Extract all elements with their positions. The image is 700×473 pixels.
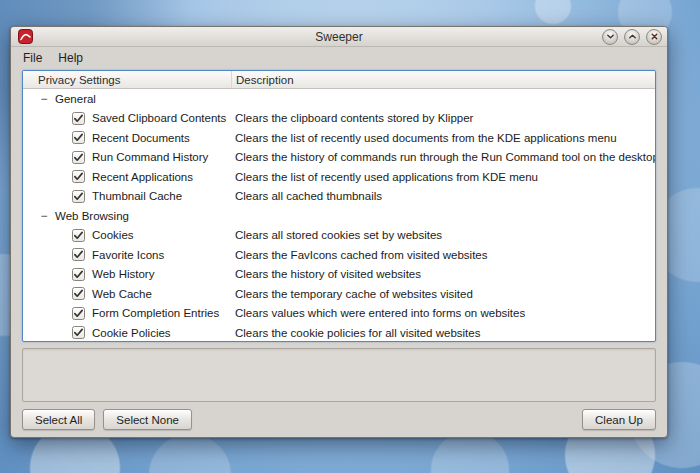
- menu-file[interactable]: File: [15, 49, 50, 67]
- tree-item-row[interactable]: Recent Documents Clears the list of rece…: [23, 128, 655, 148]
- tree-item-row[interactable]: Saved Clipboard Contents Clears the clip…: [23, 109, 655, 129]
- check-icon: [73, 191, 84, 202]
- titlebar[interactable]: Sweeper: [11, 27, 667, 47]
- item-label: Cookie Policies: [92, 327, 171, 339]
- privacy-settings-tree: Privacy Settings Description − General S…: [22, 70, 656, 342]
- item-description: Clears the list of recently used documen…: [231, 132, 655, 144]
- check-icon: [73, 152, 84, 163]
- tree-header: Privacy Settings Description: [23, 71, 655, 89]
- item-description: Clears the cookie policies for all visit…: [231, 327, 655, 339]
- details-pane: [22, 348, 656, 402]
- chevron-up-icon: [628, 32, 637, 41]
- checkbox-checked[interactable]: [72, 307, 85, 320]
- item-label: Saved Clipboard Contents: [92, 112, 226, 124]
- check-icon: [73, 171, 84, 182]
- clean-up-button[interactable]: Clean Up: [582, 409, 656, 430]
- desktop-background: { "window": { "title": "Sweeper" }, "men…: [0, 0, 700, 473]
- checkbox-checked[interactable]: [72, 170, 85, 183]
- window-content: Privacy Settings Description − General S…: [11, 69, 667, 437]
- tree-item-row[interactable]: Form Completion Entries Clears values wh…: [23, 304, 655, 324]
- window-title: Sweeper: [11, 30, 667, 44]
- check-icon: [73, 113, 84, 124]
- minimize-button[interactable]: [602, 29, 618, 45]
- checkbox-checked[interactable]: [72, 326, 85, 339]
- window-controls: [602, 29, 662, 45]
- tree-item-row[interactable]: Cookie Policies Clears the cookie polici…: [23, 323, 655, 342]
- item-description: Clears the temporary cache of websites v…: [231, 288, 655, 300]
- group-label: General: [55, 93, 96, 105]
- tree-item-row[interactable]: Recent Applications Clears the list of r…: [23, 167, 655, 187]
- tree-item-row[interactable]: Web History Clears the history of visite…: [23, 265, 655, 285]
- checkbox-checked[interactable]: [72, 248, 85, 261]
- check-icon: [73, 132, 84, 143]
- close-icon: [650, 32, 659, 41]
- item-label: Recent Documents: [92, 132, 190, 144]
- item-description: Clears all stored cookies set by website…: [231, 229, 655, 241]
- item-label: Web History: [92, 268, 154, 280]
- item-description: Clears the clipboard contents stored by …: [231, 112, 655, 124]
- sweeper-window: Sweeper File Help: [10, 26, 668, 438]
- menubar: File Help: [11, 47, 667, 69]
- check-icon: [73, 269, 84, 280]
- item-description: Clears the history of visited websites: [231, 268, 655, 280]
- item-description: Clears the list of recently used applica…: [231, 171, 655, 183]
- item-description: Clears values which were entered into fo…: [231, 307, 655, 319]
- menu-help[interactable]: Help: [50, 49, 91, 67]
- check-icon: [73, 288, 84, 299]
- select-none-button[interactable]: Select None: [103, 409, 192, 430]
- checkbox-checked[interactable]: [72, 131, 85, 144]
- tree-item-row[interactable]: Favorite Icons Clears the FavIcons cache…: [23, 245, 655, 265]
- item-label: Cookies: [92, 229, 134, 241]
- item-description: Clears the history of commands run throu…: [231, 151, 655, 163]
- tree-item-row[interactable]: Run Command History Clears the history o…: [23, 148, 655, 168]
- tree-item-row[interactable]: Cookies Clears all stored cookies set by…: [23, 226, 655, 246]
- item-description: Clears all cached thumbnails: [231, 190, 655, 202]
- check-icon: [73, 308, 84, 319]
- checkbox-checked[interactable]: [72, 268, 85, 281]
- checkbox-checked[interactable]: [72, 229, 85, 242]
- select-all-button[interactable]: Select All: [22, 409, 95, 430]
- close-button[interactable]: [646, 29, 662, 45]
- check-icon: [73, 327, 84, 338]
- checkbox-checked[interactable]: [72, 287, 85, 300]
- tree-item-row[interactable]: Thumbnail Cache Clears all cached thumbn…: [23, 187, 655, 207]
- app-icon: [18, 29, 33, 44]
- checkbox-checked[interactable]: [72, 151, 85, 164]
- item-label: Recent Applications: [92, 171, 193, 183]
- item-label: Run Command History: [92, 151, 208, 163]
- checkbox-checked[interactable]: [72, 190, 85, 203]
- item-label: Web Cache: [92, 288, 152, 300]
- chevron-down-icon: [606, 32, 615, 41]
- checkbox-checked[interactable]: [72, 112, 85, 125]
- item-label: Form Completion Entries: [92, 307, 219, 319]
- collapse-icon[interactable]: −: [39, 94, 49, 104]
- column-header-privacy-settings[interactable]: Privacy Settings: [23, 74, 231, 86]
- tree-group-row[interactable]: − General: [23, 89, 655, 109]
- tree-group-row[interactable]: − Web Browsing: [23, 206, 655, 226]
- button-bar: Select All Select None Clean Up: [22, 409, 656, 430]
- tree-item-row[interactable]: Web Cache Clears the temporary cache of …: [23, 284, 655, 304]
- item-label: Favorite Icons: [92, 249, 164, 261]
- column-header-description[interactable]: Description: [231, 71, 655, 88]
- maximize-button[interactable]: [624, 29, 640, 45]
- collapse-icon[interactable]: −: [39, 211, 49, 221]
- item-label: Thumbnail Cache: [92, 190, 182, 202]
- item-description: Clears the FavIcons cached from visited …: [231, 249, 655, 261]
- check-icon: [73, 249, 84, 260]
- group-label: Web Browsing: [55, 210, 129, 222]
- check-icon: [73, 230, 84, 241]
